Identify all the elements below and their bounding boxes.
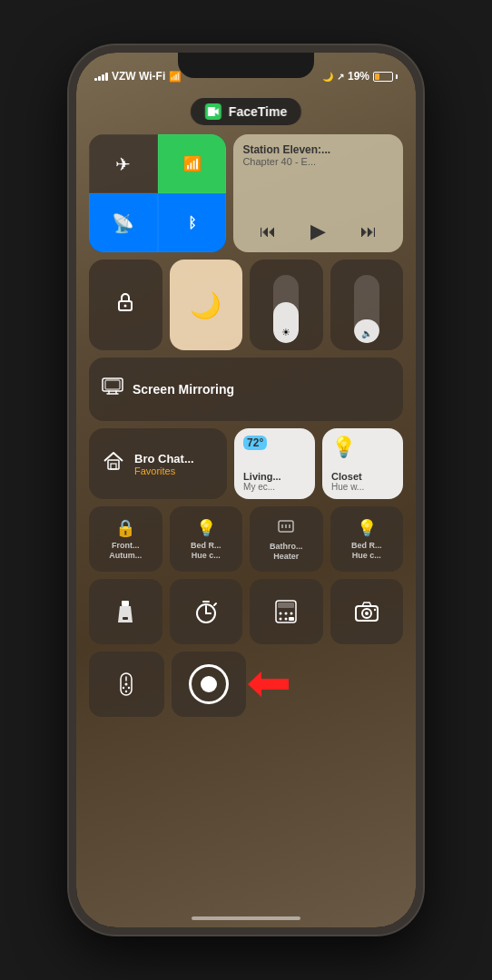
timer-button[interactable] — [170, 579, 243, 644]
control-center: ✈ 📶 📡 ᛒ Station Eleven:... Chap — [89, 134, 403, 900]
living-tile-desc: My ec... — [243, 482, 306, 492]
bathroom-label: Bathro...Heater — [270, 542, 303, 562]
svg-point-22 — [290, 612, 293, 615]
cellular-button[interactable]: 📶 — [158, 134, 227, 193]
bed-hue2-icon: 💡 — [357, 518, 377, 538]
volume-icon: 🔈 — [361, 328, 372, 338]
screen-lock-icon — [113, 290, 137, 320]
bed-hue2-label: Bed R...Hue c... — [351, 541, 382, 561]
airplane-icon: ✈ — [115, 153, 131, 175]
do-not-disturb-button[interactable]: 🌙 — [170, 260, 243, 350]
carrier-label: VZW Wi-Fi — [112, 70, 165, 83]
bathroom-icon — [277, 517, 295, 539]
svg-point-20 — [280, 612, 282, 615]
screen-mirroring-label: Screen Mirroring — [133, 382, 234, 397]
play-button[interactable]: ▶ — [310, 220, 326, 243]
flashlight-icon — [114, 599, 136, 624]
home-indicator — [192, 916, 300, 920]
location-icon: ↗ — [337, 72, 344, 82]
battery-pct-label: 19% — [348, 70, 369, 83]
screen-record-button[interactable] — [172, 652, 247, 717]
calculator-button[interactable] — [250, 579, 323, 644]
rewind-button[interactable]: ⏮ — [260, 222, 276, 241]
media-title: Station Eleven:... — [242, 143, 394, 156]
svg-point-21 — [285, 612, 288, 615]
battery-indicator — [373, 72, 398, 82]
red-arrow-indicator — [239, 668, 293, 701]
home-text: Bro Chat... Favorites — [134, 452, 194, 476]
notch — [178, 53, 314, 78]
home-smart-row: Bro Chat... Favorites 72° Living... My e… — [89, 428, 403, 499]
svg-rect-6 — [111, 464, 116, 469]
svg-rect-25 — [289, 617, 294, 621]
flashlight-button[interactable] — [89, 579, 162, 644]
svg-marker-36 — [248, 671, 289, 697]
bluetooth-button[interactable]: ᛒ — [158, 193, 227, 252]
connectivity-media-row: ✈ 📶 📡 ᛒ Station Eleven:... Chap — [89, 134, 403, 252]
svg-rect-19 — [278, 603, 294, 608]
front-lock-label: Front...Autum... — [109, 541, 142, 561]
front-lock-tile[interactable]: 🔒 Front...Autum... — [89, 506, 162, 572]
bathroom-heater-tile[interactable]: Bathro...Heater — [250, 506, 323, 572]
screen-mirroring-row: Screen Mirroring — [89, 358, 403, 421]
calculator-icon — [274, 599, 298, 624]
screen-lock-button[interactable] — [89, 260, 162, 350]
utility-tiles-row — [89, 579, 403, 644]
svg-rect-5 — [108, 460, 119, 469]
signal-bars-icon — [94, 72, 108, 81]
home-icon — [102, 449, 125, 478]
svg-point-24 — [285, 618, 288, 621]
svg-point-23 — [280, 618, 282, 621]
home-title: Bro Chat... — [134, 452, 194, 466]
moon-icon: 🌙 — [322, 72, 333, 82]
remote-button[interactable] — [89, 652, 164, 717]
cellular-icon: 📶 — [183, 155, 202, 172]
living-tile-name: Living... — [243, 471, 306, 482]
closet-hue-tile[interactable]: 💡 Closet Hue w... — [322, 428, 403, 499]
record-button-ring — [189, 664, 229, 704]
airplane-mode-button[interactable]: ✈ — [89, 134, 158, 193]
svg-point-28 — [365, 612, 369, 615]
media-info: Station Eleven:... Chapter 40 - E... — [242, 143, 394, 167]
brightness-icon: ☀ — [281, 327, 290, 338]
volume-up-button[interactable] — [69, 202, 71, 252]
bed-hue1-tile[interactable]: 💡 Bed R...Hue c... — [170, 506, 243, 572]
power-button[interactable] — [421, 202, 423, 270]
media-controls: ⏮ ▶ ⏭ — [242, 220, 394, 243]
mute-switch — [69, 162, 71, 189]
home-button[interactable]: Bro Chat... Favorites — [89, 428, 227, 499]
closet-tile-name: Closet — [331, 471, 394, 482]
bottom-tiles-row — [89, 652, 403, 717]
svg-point-33 — [123, 687, 124, 689]
timer-icon — [193, 599, 219, 624]
closet-tile-desc: Hue w... — [331, 482, 394, 492]
media-player-block[interactable]: Station Eleven:... Chapter 40 - E... ⏮ ▶… — [233, 134, 403, 252]
living-thermostat-tile[interactable]: 72° Living... My ec... — [234, 428, 315, 499]
screen-mirroring-button[interactable]: Screen Mirroring — [89, 358, 403, 421]
bulb-icon: 💡 — [331, 436, 394, 459]
svg-rect-11 — [122, 601, 129, 606]
fast-forward-button[interactable]: ⏭ — [360, 222, 377, 241]
wifi-icon: 📡 — [112, 212, 134, 234]
svg-marker-0 — [208, 107, 219, 116]
wifi-status-icon: 📶 — [169, 71, 182, 83]
camera-button[interactable] — [330, 579, 404, 644]
mini-tiles-row: 🔒 Front...Autum... 💡 Bed R...Hue c... — [89, 506, 403, 572]
volume-slider-block[interactable]: 🔈 — [330, 260, 404, 350]
svg-line-17 — [214, 603, 216, 605]
focus-controls-row: 🌙 ☀ 🔈 — [89, 260, 403, 350]
bluetooth-icon: ᛒ — [188, 215, 197, 231]
phone-frame: VZW Wi-Fi 📶 🌙 ↗ 19% FaceTime — [69, 45, 423, 935]
bed-hue1-icon: 💡 — [196, 518, 216, 538]
brightness-slider-block[interactable]: ☀ — [250, 260, 323, 350]
front-lock-icon: 🔒 — [115, 518, 135, 538]
bed-hue2-tile[interactable]: 💡 Bed R...Hue c... — [330, 506, 404, 572]
facetime-banner[interactable]: FaceTime — [191, 98, 301, 125]
volume-down-button[interactable] — [69, 266, 71, 316]
bed-hue1-label: Bed R...Hue c... — [191, 541, 221, 561]
svg-point-32 — [125, 683, 128, 686]
home-subtitle: Favorites — [134, 466, 194, 476]
connectivity-block: ✈ 📶 📡 ᛒ — [89, 134, 226, 252]
wifi-button[interactable]: 📡 — [89, 193, 158, 252]
svg-point-35 — [125, 691, 127, 692]
